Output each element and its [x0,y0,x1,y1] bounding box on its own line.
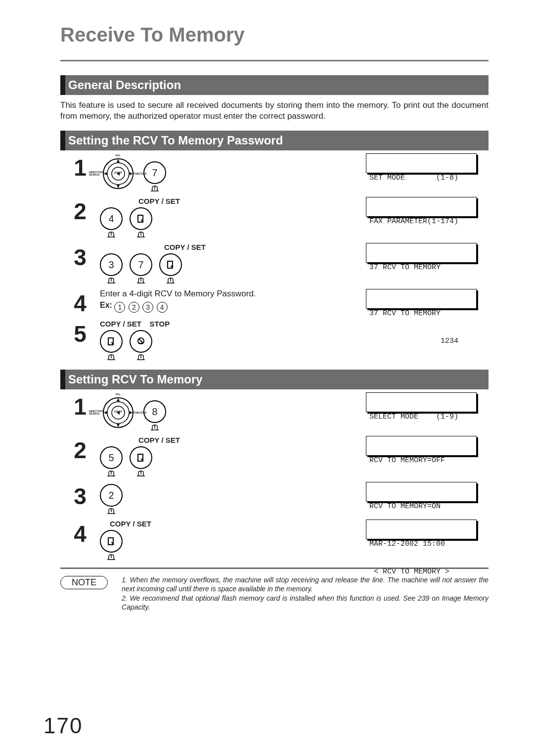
page-icon [107,337,116,346]
step-number: 3 [60,485,100,508]
key-label: 3 [108,259,114,271]
press-icon [135,277,146,284]
example-digit: 4 [157,302,168,313]
copy-set-label: COPY / SET [138,436,180,444]
press-icon [135,231,146,238]
section-heading: General Description [68,78,181,92]
rcv-step-2: 2 COPY / SET 5 RCV [60,436,489,477]
press-icon [149,185,160,192]
key-label: 7 [152,167,157,179]
copy-set-button [100,330,123,361]
press-icon [106,508,117,515]
rcv-step-4: 4 COPY / SET MAR-12-2002 15:00 < RCV TO … [60,520,489,561]
dial-label-function: FUNCTION [134,411,146,414]
copy-set-label: COPY / SET [100,320,141,328]
pw-step-5: 5 COPY / SET STOP [60,320,489,361]
dial-label-vol: VOL. [115,393,121,396]
key-label: 8 [152,406,157,418]
lcd-display: 37 RCV TO MEMORY ▮▮▮▮ [366,243,477,263]
step-number: 5 [60,323,100,345]
pw-step-3: 3 COPY / SET 3 7 [60,243,489,284]
svg-line-13 [139,339,143,343]
example-digit: 1 [114,302,125,313]
note-label: NOTE [60,576,108,589]
key-label: 7 [138,259,143,271]
page-icon [136,214,145,223]
key-7: 7 [130,253,152,284]
example-digit: 3 [142,302,153,313]
example-digit: 2 [129,302,139,313]
press-icon [106,277,117,284]
pw-step-4: 4 Enter a 4-digit RCV to Memory Password… [60,289,489,315]
press-icon [165,277,176,284]
key-label: 4 [108,213,114,225]
section-general-description: General Description [60,75,489,95]
copy-set-button [159,253,182,284]
dial-label-function: FUNCTION [134,172,146,175]
page-icon [107,537,116,546]
page-title: Receive To Memory [60,24,489,46]
pw-step-2: 2 COPY / SET 4 [60,197,489,238]
key-7: 7 [143,161,166,192]
press-icon [135,354,146,361]
key-2: 2 [100,484,123,515]
press-icon [106,554,117,561]
lcd-line-1: 37 RCV TO MEMORY [369,263,473,273]
pw-step-1: 1 [60,153,489,192]
step-number: 3 [60,246,100,269]
section-set-rcv: Setting RCV To Memory [60,370,489,389]
general-description-text: This feature is used to secure all recei… [60,100,489,122]
copy-set-label: COPY / SET [138,197,180,205]
lcd-line-1: SET MODE (1-8) [369,174,473,183]
page-icon [136,453,145,462]
page-icon [166,260,175,269]
step-number: 2 [60,439,100,462]
dial-label-start: START [114,410,122,413]
lcd-display: SET MODE (1-8) ENTER NO. OR ∨ ∧ [366,153,477,173]
dial-label-directory-search: DIRECTORY SEARCH [89,171,99,176]
lcd-display: 37 RCV TO MEMORY 1234 [366,289,477,309]
key-8: 8 [143,400,166,431]
key-4: 4 [100,207,123,238]
lcd-display: FAX PARAMETER(1-174) NO.=▮ [366,197,477,217]
step-number: 4 [60,292,100,315]
copy-set-button [130,207,152,238]
rcv-step-1: 1 [60,392,489,431]
ex-label: Ex: [100,301,112,309]
lcd-line-1: MAR-12-2002 15:00 [369,540,473,549]
press-icon [135,470,146,477]
stop-button [130,330,152,361]
copy-set-button [100,530,123,561]
lcd-line-1: FAX PARAMETER(1-174) [369,217,473,227]
lcd-display: RCV TO MEMORY=ON 1:OFF 2:ON 3:PRINT [366,482,477,502]
key-label: 5 [108,452,114,464]
key-label: 2 [108,490,114,501]
copy-set-label: COPY / SET [164,243,206,251]
key-3: 3 [100,253,123,284]
section-heading: Setting RCV To Memory [68,373,203,386]
stop-label: STOP [150,320,170,328]
stop-icon [136,336,146,346]
press-icon [106,470,117,477]
lcd-line-1: 37 RCV TO MEMORY [369,309,473,319]
lcd-display: RCV TO MEMORY=OFF 1:OFF 2:ON 3:PRINT [366,436,477,456]
dial-label-directory-search: DIRECTORY SEARCH [89,410,99,415]
press-icon [106,231,117,238]
lcd-display: MAR-12-2002 15:00 < RCV TO MEMORY > [366,520,477,539]
page-number: 170 [44,713,83,738]
function-dial: VOL. DIRECTORY SEARCH FUNCTION START [100,155,136,192]
dial-label-vol: VOL. [115,154,121,157]
lcd-display: SELECT MODE (1-9) ENTER NO. OR ∨ ∧ [366,392,477,412]
rcv-step-3: 3 2 RCV TO MEMORY=ON 1:OFF 2:ON 3:PRINT [60,482,489,515]
function-dial: VOL. DIRECTORY SEARCH FUNCTION START [100,394,136,431]
press-icon [106,354,117,361]
key-5: 5 [100,446,123,477]
step-number: 2 [60,200,100,223]
lcd-line-1: RCV TO MEMORY=ON [369,502,473,512]
lcd-line-1: RCV TO MEMORY=OFF [369,456,473,466]
section-set-password: Setting the RCV To Memory Password [60,131,489,150]
lcd-line-1: SELECT MODE (1-9) [369,413,473,422]
title-rule [60,60,489,61]
press-icon [149,424,160,431]
copy-set-button [130,446,152,477]
